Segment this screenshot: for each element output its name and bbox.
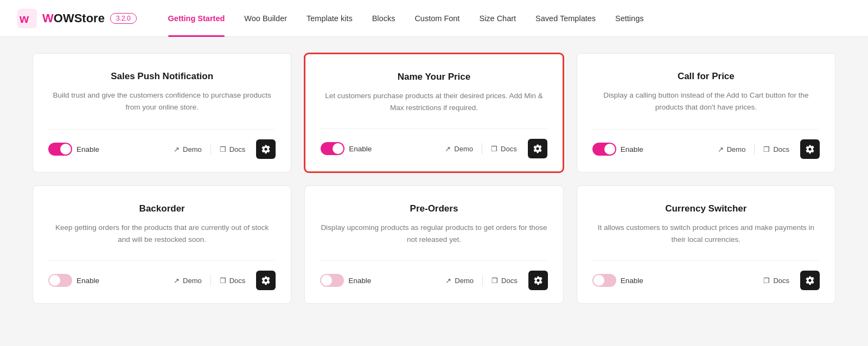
card-footer-call-for-price: Enable ↗ Demo ❐ Docs [592, 129, 820, 159]
divider [210, 144, 211, 155]
docs-label-backorder: Docs [229, 277, 246, 285]
docs-link-call-for-price[interactable]: ❐ Docs [757, 145, 796, 153]
gear-icon [261, 144, 271, 154]
card-currency-switcher: Currency Switcher It allows customers to… [577, 185, 835, 304]
nav-saved-templates[interactable]: Saved Templates [526, 0, 605, 37]
toggle-wrap-currency-switcher: Enable [592, 274, 643, 287]
divider [482, 275, 483, 286]
docs-label-currency-switcher: Docs [773, 277, 789, 285]
card-desc-sales-push: Build trust and give the customers confi… [48, 89, 276, 114]
version-badge: 3.2.0 [110, 13, 137, 24]
logo-area: w WOWStore 3.2.0 [17, 9, 137, 28]
card-footer-backorder: Enable ↗ Demo ❐ Docs [48, 260, 276, 290]
docs-label-name-your-price: Docs [501, 145, 517, 153]
card-footer-name-your-price: Enable ↗ Demo ❐ Docs [321, 129, 547, 158]
docs-label-call-for-price: Docs [773, 145, 789, 153]
toggle-wrap-backorder: Enable [48, 274, 99, 287]
main-nav: Getting Started Woo Builder Template kit… [158, 0, 654, 36]
demo-label-pre-orders: Demo [455, 277, 474, 285]
demo-link-backorder[interactable]: ↗ Demo [167, 277, 208, 285]
header: w WOWStore 3.2.0 Getting Started Woo Bui… [0, 0, 868, 37]
enable-label-backorder: Enable [76, 277, 99, 285]
external-link-icon: ↗ [445, 145, 451, 153]
demo-link-pre-orders[interactable]: ↗ Demo [439, 277, 480, 285]
docs-link-currency-switcher[interactable]: ❐ Docs [757, 277, 796, 285]
settings-button-backorder[interactable] [256, 271, 276, 290]
enable-label-pre-orders: Enable [348, 277, 371, 285]
toggle-wrap-call-for-price: Enable [592, 143, 643, 156]
demo-link-sales-push[interactable]: ↗ Demo [167, 145, 208, 153]
divider [482, 143, 482, 154]
card-desc-call-for-price: Display a calling button instead of the … [592, 89, 820, 114]
enable-toggle-call-for-price[interactable] [592, 143, 616, 156]
enable-toggle-name-your-price[interactable] [321, 142, 344, 155]
card-sales-push: Sales Push Notification Build trust and … [33, 53, 291, 172]
demo-label-backorder: Demo [183, 277, 202, 285]
card-title-backorder: Backorder [48, 203, 276, 214]
docs-icon: ❐ [763, 145, 770, 153]
enable-label-currency-switcher: Enable [621, 277, 643, 285]
card-title-name-your-price: Name Your Price [321, 72, 547, 82]
demo-link-name-your-price[interactable]: ↗ Demo [438, 145, 480, 153]
svg-text:w: w [19, 12, 29, 25]
docs-icon: ❐ [763, 277, 770, 285]
cards-grid: Sales Push Notification Build trust and … [33, 53, 835, 304]
docs-link-name-your-price[interactable]: ❐ Docs [484, 145, 524, 153]
settings-button-call-for-price[interactable] [800, 139, 820, 159]
gear-icon [805, 144, 815, 154]
enable-label-name-your-price: Enable [349, 145, 372, 153]
card-footer-sales-push: Enable ↗ Demo ❐ Docs [48, 129, 276, 159]
card-title-sales-push: Sales Push Notification [48, 71, 276, 82]
demo-label-name-your-price: Demo [454, 145, 473, 153]
enable-toggle-sales-push[interactable] [48, 143, 72, 156]
enable-label-sales-push: Enable [76, 145, 99, 153]
demo-link-call-for-price[interactable]: ↗ Demo [711, 145, 752, 153]
docs-icon: ❐ [491, 145, 497, 153]
card-call-for-price: Call for Price Display a calling button … [577, 53, 835, 172]
nav-size-chart[interactable]: Size Chart [469, 0, 526, 37]
external-link-icon: ↗ [174, 277, 180, 285]
card-footer-pre-orders: Enable ↗ Demo ❐ Docs [320, 260, 547, 290]
card-title-pre-orders: Pre-Orders [320, 203, 547, 214]
nav-woo-builder[interactable]: Woo Builder [234, 0, 297, 37]
docs-link-pre-orders[interactable]: ❐ Docs [485, 277, 524, 285]
settings-button-pre-orders[interactable] [528, 271, 548, 290]
external-link-icon: ↗ [174, 145, 180, 153]
external-link-icon: ↗ [445, 277, 451, 285]
nav-getting-started[interactable]: Getting Started [158, 0, 235, 37]
card-name-your-price: Name Your Price Let customers purchase p… [304, 53, 563, 172]
nav-settings[interactable]: Settings [605, 0, 653, 37]
toggle-wrap-sales-push: Enable [48, 143, 99, 156]
divider [210, 275, 211, 286]
docs-icon: ❐ [220, 277, 226, 285]
gear-icon [261, 275, 271, 285]
nav-blocks[interactable]: Blocks [362, 0, 405, 37]
nav-custom-font[interactable]: Custom Font [405, 0, 469, 37]
gear-icon [533, 144, 542, 153]
toggle-wrap-name-your-price: Enable [321, 142, 372, 155]
docs-icon: ❐ [220, 145, 226, 153]
settings-button-sales-push[interactable] [256, 139, 276, 159]
docs-link-backorder[interactable]: ❐ Docs [213, 277, 252, 285]
enable-toggle-pre-orders[interactable] [320, 274, 344, 287]
card-pre-orders: Pre-Orders Display upcoming products as … [304, 185, 563, 304]
card-desc-pre-orders: Display upcoming products as regular pro… [320, 222, 547, 245]
card-title-call-for-price: Call for Price [592, 71, 820, 82]
card-footer-currency-switcher: Enable ❐ Docs [592, 260, 820, 290]
card-backorder: Backorder Keep getting orders for the pr… [33, 185, 291, 304]
settings-button-currency-switcher[interactable] [800, 271, 820, 290]
demo-label-call-for-price: Demo [727, 145, 746, 153]
enable-toggle-backorder[interactable] [48, 274, 72, 287]
settings-button-name-your-price[interactable] [528, 139, 547, 158]
nav-template-kits[interactable]: Template kits [297, 0, 362, 37]
card-desc-name-your-price: Let customers purchase products at their… [321, 90, 547, 113]
logo-brand: WOWStore [42, 11, 105, 25]
enable-label-call-for-price: Enable [621, 145, 643, 153]
docs-link-sales-push[interactable]: ❐ Docs [213, 145, 252, 153]
gear-icon [533, 275, 543, 285]
docs-label-sales-push: Docs [229, 145, 246, 153]
enable-toggle-currency-switcher[interactable] [592, 274, 616, 287]
gear-icon [805, 275, 815, 285]
card-desc-currency-switcher: It allows customers to switch product pr… [592, 222, 820, 245]
external-link-icon: ↗ [718, 145, 724, 153]
